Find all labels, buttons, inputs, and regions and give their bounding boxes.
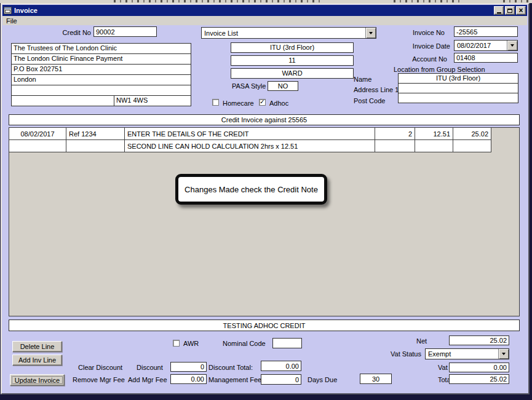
vat-input[interactable]: [449, 363, 509, 372]
nominal-code-label: Nominal Code: [223, 340, 266, 347]
name-label: Name: [354, 76, 371, 83]
location-group-label: Location from Group Selection: [394, 66, 485, 73]
net-label: Net: [416, 337, 427, 345]
address-row[interactable]: P.O Box 202751: [11, 64, 191, 75]
maximize-icon: [507, 9, 512, 13]
postcode-field[interactable]: NW1 4WS: [114, 95, 191, 106]
homecare-checkbox[interactable]: [212, 99, 219, 106]
invoice-date-value: 08/02/2017: [455, 42, 507, 49]
add-inv-line-button[interactable]: Add Inv Line: [12, 355, 62, 366]
account-no-input[interactable]: [454, 53, 518, 63]
vat-status-value: Exempt: [426, 350, 498, 358]
days-due-input[interactable]: [360, 374, 392, 384]
address-row[interactable]: The Trustees of The London Clinic: [11, 43, 191, 54]
vat-status-dropdown-button[interactable]: [498, 349, 509, 359]
pasa-style-label: PASA Style: [232, 82, 266, 90]
location-address-field[interactable]: [398, 83, 518, 93]
location-name-field[interactable]: ITU (3rd Floor): [398, 73, 518, 84]
credit-banner: Credit Invoice against 25565: [9, 114, 520, 125]
nominal-code-input[interactable]: [272, 338, 302, 348]
minimize-button[interactable]: [494, 6, 504, 15]
line-rate-cell[interactable]: 12.51: [415, 128, 453, 140]
vat-status-dropdown[interactable]: Exempt: [425, 348, 509, 359]
form-icon: [4, 7, 12, 14]
background-text-fragment: [114, 0, 320, 2]
line-description-cell[interactable]: ENTER THE DETAILS OF THE CREDIT: [125, 128, 375, 140]
line-qty-cell[interactable]: 2: [375, 128, 415, 140]
invoice-date-label: Invoice Date: [400, 42, 450, 50]
vat-label: Vat: [438, 364, 448, 371]
mgr-fee-input[interactable]: [170, 374, 207, 384]
update-invoice-button[interactable]: Update Invoice: [10, 374, 65, 386]
table-row[interactable]: SECOND LINE CAN HOLD CALCULATION 2hrs x …: [9, 140, 519, 152]
chevron-down-icon: [369, 32, 373, 34]
credit-banner-text: Credit Invoice against 25565: [221, 116, 307, 124]
address-row[interactable]: The London Clinic Finance Payment: [11, 53, 191, 65]
invoice-list-dropdown-button[interactable]: [365, 28, 376, 38]
invoice-date-dropdown-button[interactable]: [507, 41, 517, 50]
footer-banner-text: TESTING ADHOC CREDIT: [223, 322, 306, 329]
awr-checkbox[interactable]: [173, 340, 180, 347]
line-ref-cell[interactable]: Ref 1234: [66, 128, 125, 140]
delete-line-button[interactable]: Delete Line: [12, 341, 62, 352]
close-button[interactable]: ×: [516, 6, 526, 15]
pasa-style-field[interactable]: NO: [268, 81, 298, 91]
maximize-button[interactable]: [505, 6, 515, 15]
ward-number-field[interactable]: 11: [231, 55, 354, 66]
minimize-icon: [497, 12, 501, 14]
address-row[interactable]: [11, 85, 191, 96]
management-fee-label: Management Fee:: [208, 376, 263, 383]
discount-total-label: Discount Total:: [208, 364, 253, 371]
awr-label: AWR: [183, 340, 199, 347]
footer-banner: TESTING ADHOC CREDIT: [9, 320, 520, 331]
address-row[interactable]: London: [11, 74, 191, 85]
background-text-fragment: [503, 0, 529, 2]
homecare-label: Homecare: [223, 100, 254, 107]
line-amount-cell[interactable]: [453, 140, 491, 152]
remove-mgr-fee-label[interactable]: Remove Mgr Fee: [73, 376, 125, 383]
credit-note-popup: Changes Made check the Credit Note: [175, 174, 327, 205]
invoice-list-value: Invoice List: [202, 29, 365, 37]
line-amount-cell[interactable]: 25.02: [453, 128, 491, 140]
address-row-blank[interactable]: [11, 95, 114, 106]
invoice-no-input[interactable]: [454, 26, 518, 37]
line-date-cell[interactable]: 08/02/2017: [9, 128, 66, 140]
location-postcode-field[interactable]: [398, 93, 518, 103]
invoice-date-dropdown[interactable]: 08/02/2017: [454, 40, 518, 51]
ward-type-field[interactable]: WARD: [231, 68, 354, 79]
discount-input[interactable]: [170, 362, 207, 372]
close-icon: ×: [518, 7, 523, 14]
screen: Invoice × File Credit No Invoice List In…: [0, 0, 532, 400]
invoice-lines-grid[interactable]: 08/02/2017 Ref 1234 ENTER THE DETAILS OF…: [9, 127, 520, 316]
add-mgr-fee-label[interactable]: Add Mgr Fee: [128, 376, 167, 383]
background-text-fragment: [394, 0, 463, 2]
post-code-label: Post Code: [354, 97, 385, 104]
line-description-cell[interactable]: SECOND LINE CAN HOLD CALCULATION 2hrs x …: [125, 140, 375, 152]
vat-status-label: Vat Status: [391, 350, 421, 358]
line-ref-cell[interactable]: [66, 140, 125, 152]
discount-total-input[interactable]: [261, 361, 301, 371]
invoice-list-dropdown[interactable]: Invoice List: [201, 27, 376, 39]
adhoc-label: Adhoc: [269, 100, 288, 107]
credit-no-input[interactable]: [93, 26, 157, 37]
menu-bar: File: [2, 16, 527, 25]
invoice-no-label: Invoice No: [400, 29, 445, 36]
total-input[interactable]: [449, 374, 509, 384]
title-bar: Invoice ×: [2, 5, 527, 16]
address-line1-label: Address Line 1: [354, 86, 399, 93]
adhoc-checkbox[interactable]: ✓: [259, 99, 266, 106]
check-icon: ✓: [260, 99, 264, 105]
popup-message: Changes Made check the Credit Note: [185, 185, 318, 194]
line-rate-cell[interactable]: [415, 140, 453, 152]
ward-location-field[interactable]: ITU (3rd Floor): [231, 42, 354, 53]
net-input[interactable]: [449, 335, 509, 345]
table-row[interactable]: 08/02/2017 Ref 1234 ENTER THE DETAILS OF…: [9, 128, 519, 140]
clear-discount-label[interactable]: Clear Discount: [78, 364, 122, 371]
line-date-cell[interactable]: [9, 140, 66, 152]
chevron-down-icon: [510, 44, 514, 47]
menu-file[interactable]: File: [2, 17, 21, 25]
management-fee-input[interactable]: [261, 374, 301, 385]
line-qty-cell[interactable]: [375, 140, 415, 152]
credit-no-label: Credit No: [37, 29, 91, 36]
chevron-down-icon: [502, 353, 506, 355]
